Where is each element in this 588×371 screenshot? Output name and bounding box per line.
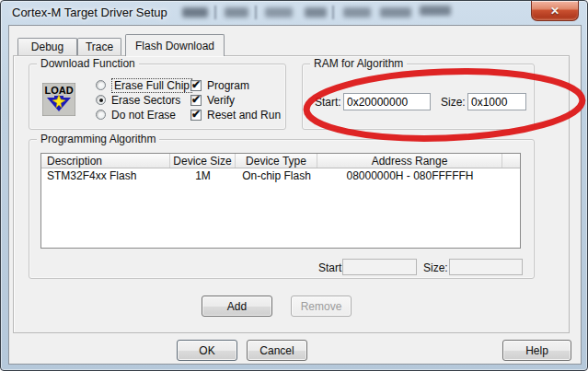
background-window-blurred-tab xyxy=(305,7,327,17)
cell-description: STM32F4xx Flash xyxy=(41,168,170,183)
tab-debug-label: Debug xyxy=(31,41,63,53)
cell-address-range: 08000000H - 080FFFFFH xyxy=(317,168,502,183)
radio-erase-sectors-circle xyxy=(96,95,106,105)
group-programming-algorithm: Programming Algorithm Description Device… xyxy=(29,139,535,279)
ok-button[interactable]: OK xyxy=(177,340,237,361)
table-row[interactable]: STM32F4xx Flash 1M On-chip Flash 0800000… xyxy=(41,168,520,183)
help-button[interactable]: Help xyxy=(502,340,571,361)
background-window-separator xyxy=(255,6,257,19)
cancel-button[interactable]: Cancel xyxy=(247,340,307,361)
radio-do-not-erase[interactable]: Do not Erase xyxy=(96,108,176,122)
column-header-description[interactable]: Description xyxy=(41,154,170,168)
background-window-blurred-tab xyxy=(380,7,411,17)
checkbox-verify-label: Verify xyxy=(207,94,235,107)
checkmark-icon: ✔ xyxy=(191,78,201,91)
add-button-label: Add xyxy=(227,300,247,313)
background-window-separator xyxy=(214,6,216,19)
algorithm-size-input xyxy=(449,259,523,275)
close-button[interactable]: ✕ xyxy=(531,1,579,21)
column-header-address-range[interactable]: Address Range xyxy=(317,154,502,168)
algorithm-start-label: Start: xyxy=(318,261,345,274)
algorithm-start-input xyxy=(342,259,417,275)
group-ram-for-algorithm-title: RAM for Algorithm xyxy=(310,57,407,70)
load-icon: LOAD xyxy=(42,83,75,116)
algorithm-size-label: Size: xyxy=(423,261,448,274)
background-window-blurred-tab xyxy=(420,6,451,16)
cancel-button-label: Cancel xyxy=(259,344,294,357)
ram-start-input[interactable] xyxy=(343,93,431,110)
background-window-blurred-tab xyxy=(225,7,248,17)
background-window-separator xyxy=(332,6,334,19)
algorithm-table[interactable]: Description Device Size Device Type Addr… xyxy=(40,153,521,249)
close-icon: ✕ xyxy=(550,5,559,17)
column-header-device-size[interactable]: Device Size xyxy=(170,154,236,168)
checkmark-icon: ✔ xyxy=(191,108,201,121)
checkbox-reset-and-run-box: ✔ xyxy=(190,110,202,121)
radio-do-not-erase-label: Do not Erase xyxy=(111,109,176,122)
radio-erase-full-chip[interactable]: Erase Full Chip xyxy=(96,78,192,92)
radio-erase-full-chip-circle xyxy=(96,80,106,90)
checkmark-icon: ✔ xyxy=(191,93,201,106)
radio-erase-sectors-label: Erase Sectors xyxy=(111,94,180,107)
checkbox-program-box: ✔ xyxy=(190,80,202,91)
checkbox-program-label: Program xyxy=(207,79,249,92)
checkbox-verify-box: ✔ xyxy=(190,95,202,106)
cell-device-type: On-chip Flash xyxy=(236,168,317,183)
background-window-blurred-tab xyxy=(182,7,208,17)
remove-button: Remove xyxy=(291,296,352,317)
checkbox-program[interactable]: ✔ Program xyxy=(190,78,249,92)
column-header-device-type[interactable]: Device Type xyxy=(236,154,317,168)
group-download-function-title: Download Function xyxy=(37,57,139,70)
cell-empty xyxy=(502,168,520,183)
radio-erase-sectors[interactable]: Erase Sectors xyxy=(96,93,180,107)
ok-button-label: OK xyxy=(199,344,214,357)
ram-size-label: Size: xyxy=(441,96,466,109)
checkbox-verify[interactable]: ✔ Verify xyxy=(190,93,235,107)
radio-erase-full-chip-label: Erase Full Chip xyxy=(111,78,192,93)
tab-debug[interactable]: Debug xyxy=(17,38,77,55)
background-window-blurred-tab xyxy=(265,7,293,17)
radio-do-not-erase-circle xyxy=(96,110,106,120)
ram-size-input[interactable] xyxy=(467,93,526,110)
remove-button-label: Remove xyxy=(301,300,342,313)
checkbox-reset-and-run[interactable]: ✔ Reset and Run xyxy=(190,108,281,122)
checkbox-reset-and-run-label: Reset and Run xyxy=(207,109,281,122)
group-programming-algorithm-title: Programming Algorithm xyxy=(37,133,159,145)
group-download-function: Download Function LOAD Erase Full Chip E… xyxy=(29,64,286,130)
column-header-empty xyxy=(502,154,520,168)
cell-device-size: 1M xyxy=(170,168,236,183)
algorithm-table-header: Description Device Size Device Type Addr… xyxy=(41,154,520,168)
tab-flash-download-label: Flash Download xyxy=(135,40,214,52)
window-title: Cortex-M Target Driver Setup xyxy=(12,6,167,19)
dialog-window: Cortex-M Target Driver Setup ✕ Debug Tra… xyxy=(0,0,588,371)
background-window-blurred-tab xyxy=(343,7,371,17)
title-bar[interactable]: Cortex-M Target Driver Setup ✕ xyxy=(1,1,587,25)
svg-text:LOAD: LOAD xyxy=(44,85,73,96)
tab-flash-download[interactable]: Flash Download xyxy=(125,34,225,56)
add-button[interactable]: Add xyxy=(202,296,272,317)
help-button-label: Help xyxy=(525,344,548,357)
tab-trace[interactable]: Trace xyxy=(77,38,121,55)
group-ram-for-algorithm: RAM for Algorithm Start: Size: xyxy=(302,64,535,130)
tab-trace-label: Trace xyxy=(86,41,113,53)
ram-start-label: Start: xyxy=(315,96,341,109)
